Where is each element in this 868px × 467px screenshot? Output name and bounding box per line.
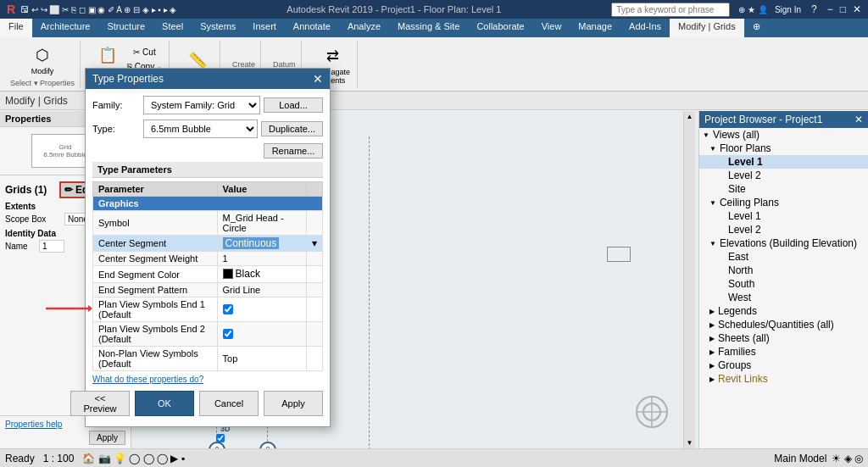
tab-annotate[interactable]: Annotate [285,19,339,37]
type-params-header: Type Parameters [92,162,323,178]
tab-modify-grids[interactable]: Modify | Grids [670,19,744,37]
checkbox-end2[interactable] [223,329,233,339]
tab-plus[interactable]: ⊕ [744,19,769,37]
tab-view[interactable]: View [533,19,570,37]
tab-addins[interactable]: Add-Ins [620,19,670,37]
sign-in-btn[interactable]: Sign In [775,5,801,14]
title-bar-left: R 🖫 ↩ ↪ ⬜ ✂ ⎘ ◻ ▣ ◉ ✐ A ⊕ ⊟ ◈ ▸ ▪ ▸ ◈ [7,3,176,16]
type-select[interactable]: 6.5mm Bubble [143,120,258,138]
tree-groups[interactable]: ▶Groups [699,359,868,372]
col-value: Value [217,182,306,197]
color-swatch-black [223,269,233,279]
modify-icon: ⬡ [31,43,54,67]
tree-north[interactable]: North [699,264,868,277]
tree-south[interactable]: South [699,277,868,291]
name-input[interactable] [39,240,64,253]
checkbox-end1-cell [223,304,301,314]
tree-sheets[interactable]: ▶Sheets (all) [699,331,868,345]
minimize-btn[interactable]: − [827,3,833,15]
ribbon-group-select: ⬡ Modify Select ▾ Properties [5,41,81,88]
dialog-close-button[interactable]: ✕ [313,72,323,86]
rename-btn[interactable]: Rename... [264,143,323,158]
quick-access-toolbar: 🖫 ↩ ↪ ⬜ ✂ ⎘ ◻ ▣ ◉ ✐ A ⊕ ⊟ ◈ ▸ ▪ ▸ ◈ [20,5,176,14]
ready-label: Ready [5,453,35,464]
watermark [631,395,682,431]
tree-level-2[interactable]: Level 2 [699,169,868,182]
grid-checkbox-bottom[interactable] [216,434,225,442]
tab-systems[interactable]: Systems [192,19,244,37]
param-end-color: End Segment Color Black [93,266,323,283]
close-btn[interactable]: ✕ [853,3,861,15]
center-segment-value: Continuous [223,237,280,249]
tree-level-1[interactable]: Level 1 [699,155,868,169]
tab-structure[interactable]: Structure [98,19,153,37]
view-tools: 🏠 📷 💡 ◯ ◯ ◯ ▶ ▪ [82,453,185,464]
status-left: Ready 1 : 100 🏠 📷 💡 ◯ ◯ ◯ ▶ ▪ [5,453,185,464]
param-plan-end1: Plan View Symbols End 1 (Default [93,297,323,322]
tree-schedules[interactable]: ▶Schedules/Quantities (all) [699,318,868,331]
what-link[interactable]: What do these properties do? [92,375,323,384]
tree-elevations[interactable]: ▼Elevations (Building Elevation) [699,236,868,250]
tab-steel[interactable]: Steel [153,19,192,37]
tree-ceiling-level-2[interactable]: Level 2 [699,223,868,236]
checkbox-bottom [216,433,225,445]
browser-collapse-icon[interactable]: ✕ [854,114,863,125]
apply-btn[interactable]: Apply [264,391,323,416]
paste-icon: 📋 [96,43,120,67]
main-model-label: Main Model [774,453,826,464]
grid-line-3 [369,136,370,448]
browser-title: Project Browser - Project1 [704,114,822,125]
checkbox-end1[interactable] [223,304,233,314]
dialog-footer: << Preview OK Cancel Apply [92,387,323,420]
family-select[interactable]: System Family: Grid [143,96,260,114]
load-btn[interactable]: Load... [264,97,323,113]
ok-btn[interactable]: OK [135,391,194,416]
tree-ceiling-level-1[interactable]: Level 1 [699,209,868,223]
duplicate-btn[interactable]: Duplicate... [261,121,323,136]
properties-apply-btn[interactable]: Apply [89,431,125,445]
tab-massing[interactable]: Massing & Site [389,19,468,37]
section-graphics: Graphics [93,197,323,211]
app-logo: R [7,3,15,16]
modify-btn[interactable]: ⬡ Modify [27,42,58,77]
dialog-title: Type Properties [92,73,164,85]
help-btn[interactable]: ? [811,3,817,15]
tab-architecture[interactable]: Architecture [32,19,99,37]
title-bar-controls: ⊕ ★ 👤 Sign In ? − □ ✕ [611,3,861,17]
cancel-btn[interactable]: Cancel [199,391,259,416]
canvas-scrollbar[interactable]: ▲ ▼ [683,111,695,448]
dropdown-arrow[interactable]: ▾ [312,237,317,249]
maximize-btn[interactable]: □ [840,3,846,15]
tree-legends[interactable]: ▶Legends [699,304,868,318]
browser-header: Project Browser - Project1 ✕ [699,111,868,128]
ribbon-tabs: File Architecture Structure Steel System… [0,19,868,37]
edit-icon: ✏ [64,184,73,196]
preview-label-bubble: 6.5mm Bubble [43,151,87,158]
tree-west[interactable]: West [699,291,868,304]
type-label: Type: [92,124,143,134]
tab-file[interactable]: File [0,19,32,37]
tree-floor-plans[interactable]: ▼Floor Plans [699,142,868,155]
cut-btn[interactable]: ✂ Cut [125,46,164,58]
param-non-plan: Non-Plan View Symbols (Default Top [93,347,323,371]
col-parameter: Parameter [93,182,218,197]
tree-views-all[interactable]: ▼Views (all) [699,128,868,142]
tab-manage[interactable]: Manage [570,19,620,37]
tab-collaborate[interactable]: Collaborate [468,19,532,37]
status-bar: Ready 1 : 100 🏠 📷 💡 ◯ ◯ ◯ ▶ ▪ Main Model… [0,448,868,467]
search-input[interactable] [611,3,730,17]
param-symbol: Symbol M_Grid Head - Circle [93,211,323,236]
preview-btn[interactable]: << Preview [70,391,130,416]
tree-families[interactable]: ▶Families [699,345,868,359]
family-row: Family: System Family: Grid Load... [92,96,323,114]
tab-insert[interactable]: Insert [244,19,285,37]
tree-east[interactable]: East [699,250,868,264]
small-rectangle [607,247,631,262]
tree-ceiling-plans[interactable]: ▼Ceiling Plans [699,196,868,209]
status-right: Main Model ☀ ◈ ◎ [774,453,863,464]
param-end-pattern: End Segment Pattern Grid Line [93,283,323,297]
tree-site[interactable]: Site [699,182,868,196]
propagate-icon: ⇄ [320,44,344,68]
tab-analyze[interactable]: Analyze [339,19,389,37]
tree-revit-links[interactable]: ▶Revit Links [699,372,868,386]
